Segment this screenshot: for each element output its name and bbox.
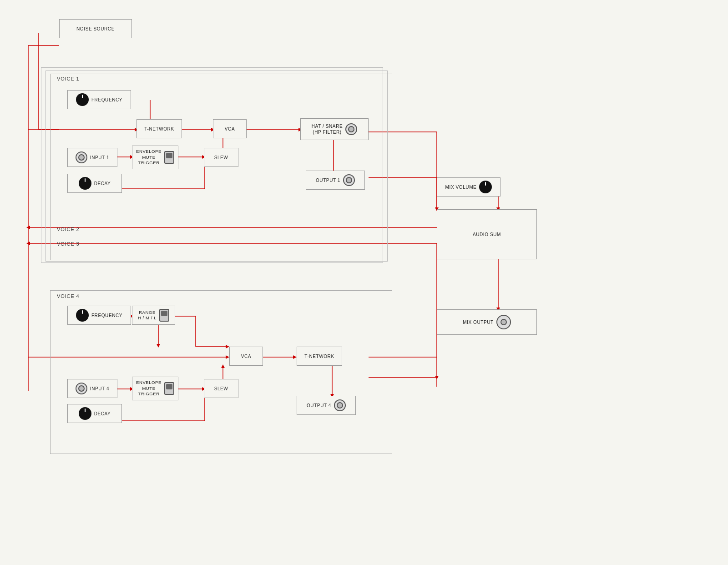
hat-snare-label: HAT / SNARE(HP FILTER) [312,123,343,135]
svg-marker-31 [26,242,30,245]
frequency1-box: FREQUENCY [67,90,131,109]
range-hml-toggle[interactable] [159,309,169,322]
hat-snare-jack[interactable] [345,123,357,135]
frequency1-label: FREQUENCY [91,97,122,103]
frequency4-knob[interactable] [76,309,89,322]
decay1-label: DECAY [94,181,111,187]
output4-box: OUTPUT 4 [297,396,356,415]
t-network1-label: T-NETWORK [144,126,174,132]
input4-label: INPUT 4 [90,386,109,392]
mix-volume-knob[interactable] [479,181,492,193]
vca1-box: VCA [213,119,247,138]
voice2-label: VOICE 2 [57,227,80,232]
decay1-box: DECAY [67,174,122,193]
voice1-label: VOICE 1 [57,76,80,81]
decay4-knob[interactable] [79,407,91,420]
envelope-mute-trigger1-toggle[interactable] [164,151,174,164]
voice3-label: VOICE 3 [57,241,80,247]
output1-jack[interactable] [343,174,355,186]
noise-source-label: NOISE SOURCE [76,26,115,32]
voice4-label: VOICE 4 [57,293,80,299]
diagram: NOISE SOURCE VOICE 1 VOICE 2 VOICE 3 FRE… [0,0,728,565]
decay1-knob[interactable] [79,177,91,190]
input4-jack[interactable] [76,383,87,394]
input4-box: INPUT 4 [67,379,117,398]
audio-sum-label: AUDIO SUM [473,232,501,237]
envelope-mute-trigger4-label: ENVELOPEMUTETRIGGER [136,380,162,397]
range-hml-label: RANGEH / M / L [138,310,157,321]
envelope-mute-trigger1-box: ENVELOPEMUTETRIGGER [132,146,178,169]
svg-marker-34 [435,376,439,379]
mix-output-box: MIX OUTPUT [437,309,537,335]
output4-jack[interactable] [334,399,346,411]
t-network1-box: T-NETWORK [136,119,182,138]
envelope-mute-trigger4-box: ENVELOPEMUTETRIGGER [132,377,178,400]
output1-label: OUTPUT 1 [316,177,340,183]
vca1-label: VCA [225,126,235,132]
t-network4-box: T-NETWORK [297,347,342,366]
input1-box: INPUT 1 [67,148,117,167]
frequency4-box: FREQUENCY [67,306,131,325]
frequency1-knob[interactable] [76,93,89,106]
vca4-label: VCA [241,353,251,359]
slew1-box: SLEW [204,148,238,167]
output1-box: OUTPUT 1 [306,171,365,190]
mix-output-label: MIX OUTPUT [463,319,494,325]
input1-jack[interactable] [76,151,87,163]
envelope-mute-trigger1-label: ENVELOPEMUTETRIGGER [136,149,162,166]
mix-volume-label: MIX VOLUME [445,184,477,190]
t-network4-label: T-NETWORK [304,353,334,359]
svg-marker-28 [26,226,30,229]
input1-label: INPUT 1 [90,155,109,161]
slew1-label: SLEW [214,155,228,161]
vca4-box: VCA [229,347,263,366]
slew4-box: SLEW [204,379,238,398]
output4-label: OUTPUT 4 [307,403,331,409]
audio-sum-box: AUDIO SUM [437,209,537,259]
mix-output-jack[interactable] [496,315,511,329]
frequency4-label: FREQUENCY [91,313,122,318]
range-hml-box: RANGEH / M / L [132,306,175,325]
hat-snare-box: HAT / SNARE(HP FILTER) [300,118,369,140]
slew4-label: SLEW [214,386,228,392]
decay4-box: DECAY [67,404,122,423]
decay4-label: DECAY [94,411,111,417]
noise-source-box: NOISE SOURCE [59,19,132,38]
envelope-mute-trigger4-toggle[interactable] [164,382,174,395]
mix-volume-box: MIX VOLUME [437,177,500,197]
